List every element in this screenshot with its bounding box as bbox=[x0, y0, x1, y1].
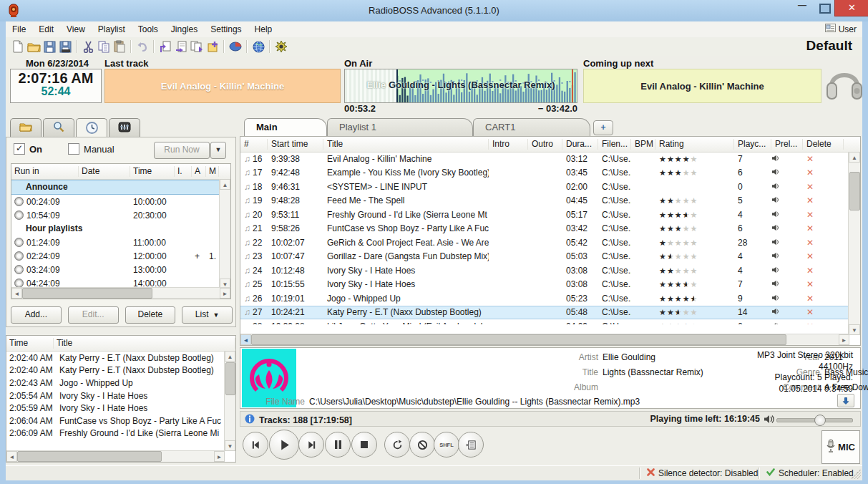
column-header-time[interactable]: Time bbox=[6, 338, 54, 349]
playlist-row[interactable]: ♫189:46:31<SYSTEM> - LINE INPUT02:00C:\U… bbox=[240, 180, 849, 194]
column-header-delete[interactable]: Delete bbox=[803, 139, 844, 150]
delete-track-icon[interactable]: ✕ bbox=[803, 279, 844, 289]
scheduler-vertical-scrollbar[interactable]: ▲ ▼ bbox=[219, 179, 230, 289]
playlist-vertical-scrollbar[interactable]: ▲ ▼ bbox=[848, 152, 860, 335]
stop-button[interactable] bbox=[351, 432, 377, 458]
prelisten-speaker-icon[interactable] bbox=[771, 154, 803, 164]
rating-stars[interactable]: ★★★★★ bbox=[655, 154, 734, 164]
tab-cart-wall[interactable] bbox=[109, 118, 140, 137]
prelisten-speaker-icon[interactable] bbox=[771, 210, 803, 220]
column-header-runin[interactable]: Run in bbox=[11, 166, 79, 177]
column-header-time[interactable]: Time bbox=[130, 166, 175, 177]
column-header-starttime[interactable]: Start time bbox=[268, 139, 323, 150]
column-header-a[interactable]: A bbox=[192, 166, 206, 177]
rating-stars[interactable]: ★★★★★★ bbox=[655, 294, 734, 304]
loop-button[interactable] bbox=[384, 432, 410, 458]
scrollbar-thumb[interactable] bbox=[251, 334, 786, 345]
undo-icon[interactable] bbox=[135, 39, 150, 54]
save-icon[interactable] bbox=[42, 39, 57, 54]
scheduler-section-row[interactable]: Hour playlists bbox=[11, 222, 230, 236]
scroll-right-arrow[interactable]: ► bbox=[220, 288, 230, 299]
scheduler-event-row[interactable]: 01:24:0911:00:00 bbox=[11, 236, 230, 249]
save-as-icon[interactable] bbox=[57, 39, 73, 54]
column-header-rating[interactable]: Rating bbox=[655, 139, 734, 150]
prelisten-speaker-icon[interactable] bbox=[771, 279, 803, 289]
run-now-button[interactable]: Run Now bbox=[154, 142, 210, 159]
history-row[interactable]: 2:02:43 AMJogo - Whipped Up bbox=[6, 377, 235, 389]
prelisten-speaker-icon[interactable] bbox=[771, 223, 803, 233]
silence-detector-status[interactable]: Silence detector: Disabled bbox=[647, 468, 758, 478]
prelisten-speaker-icon[interactable] bbox=[771, 168, 803, 178]
history-row[interactable]: 2:02:40 AMKaty Perry - E.T (Naxx Dubstep… bbox=[6, 352, 235, 364]
cut-icon[interactable] bbox=[80, 39, 96, 54]
tab-search[interactable] bbox=[43, 118, 74, 137]
tab-main[interactable]: Main bbox=[244, 118, 327, 137]
history-row[interactable]: 2:05:54 AMIvory Sky - I Hate Hoes bbox=[6, 389, 235, 402]
column-header-title[interactable]: Title bbox=[323, 139, 489, 150]
scheduler-event-row[interactable]: 10:54:0920:30:00 bbox=[11, 208, 230, 222]
history-row[interactable]: 2:02:40 AMKaty Perry - E.T (Naxx Dubstep… bbox=[6, 364, 235, 377]
menu-item-help[interactable]: Help bbox=[248, 24, 279, 34]
prelisten-speaker-icon[interactable] bbox=[771, 321, 803, 324]
volume-slider-thumb[interactable] bbox=[814, 415, 826, 426]
waveform-display[interactable]: Ellie Goulding - Lights (Bassnectar Remi… bbox=[344, 69, 577, 103]
playlist-column-headers[interactable]: #Start timeTitleIntroOutroDura...Filen..… bbox=[240, 137, 860, 153]
scroll-up-arrow[interactable]: ▲ bbox=[225, 351, 235, 362]
scroll-down-arrow[interactable]: ▼ bbox=[225, 440, 235, 451]
add-tab-button[interactable]: + bbox=[593, 120, 613, 135]
delete-track-icon[interactable]: ✕ bbox=[803, 223, 844, 233]
playlist-horizontal-scrollbar[interactable]: ◄ ► bbox=[240, 334, 849, 345]
rating-stars[interactable]: ★★★★★★ bbox=[655, 251, 734, 261]
jingle-gear-icon[interactable] bbox=[273, 39, 289, 54]
playlist-row[interactable]: ♫2710:24:21Katy Perry - E.T (Naxx Dubste… bbox=[240, 306, 849, 320]
list-dropdown-button[interactable]: List▼ bbox=[182, 306, 233, 324]
history-row[interactable]: 2:06:04 AMFuntCase vs Shop Boyz - Party … bbox=[6, 415, 235, 427]
edit-button[interactable]: Edit... bbox=[68, 306, 119, 324]
playlist-row[interactable]: ♫199:48:28Feed Me - The Spell04:45C:\Use… bbox=[240, 194, 849, 208]
column-header-filen[interactable]: Filen... bbox=[598, 139, 631, 150]
history-vertical-scrollbar[interactable]: ▲ ▼ bbox=[224, 351, 235, 451]
scheduler-table-header[interactable]: Run inDateTimeI.AM bbox=[11, 164, 230, 180]
history-table-header[interactable]: TimeTitle bbox=[6, 336, 235, 352]
column-header-outro[interactable]: Outro bbox=[528, 139, 562, 150]
download-tags-button[interactable] bbox=[837, 394, 854, 407]
prelisten-speaker-icon[interactable] bbox=[771, 238, 803, 248]
user-menu[interactable]: User bbox=[825, 24, 857, 34]
history-row[interactable]: 2:06:09 AMFreshly Ground - I'd Like (Sie… bbox=[6, 427, 235, 440]
prelisten-speaker-icon[interactable] bbox=[771, 182, 803, 192]
prelisten-speaker-icon[interactable] bbox=[771, 307, 803, 317]
volume-speaker-icon[interactable] bbox=[764, 415, 774, 426]
queue-button[interactable] bbox=[458, 432, 484, 458]
add-button[interactable]: Add... bbox=[11, 306, 62, 324]
delete-track-icon[interactable]: ✕ bbox=[803, 195, 844, 205]
menu-item-tools[interactable]: Tools bbox=[132, 24, 165, 34]
column-header-m[interactable]: M bbox=[206, 166, 219, 177]
playlist-row[interactable]: ♫2410:12:48Ivory Sky - I Hate Hoes03:08C… bbox=[240, 263, 849, 278]
rating-stars[interactable]: ★★★★★ bbox=[655, 168, 734, 178]
delete-track-icon[interactable]: ✕ bbox=[803, 307, 844, 317]
scrollbar-thumb[interactable] bbox=[849, 172, 860, 210]
copy-icon[interactable] bbox=[96, 39, 112, 54]
previous-button[interactable] bbox=[243, 432, 268, 458]
rating-stars[interactable]: ★★★★★★ bbox=[655, 307, 734, 317]
delete-track-icon[interactable]: ✕ bbox=[803, 210, 844, 220]
column-header-dura[interactable]: Dura... bbox=[562, 139, 598, 150]
rating-stars[interactable]: ★★★★★★ bbox=[655, 210, 734, 220]
delete-track-icon[interactable]: ✕ bbox=[803, 266, 844, 276]
menu-item-edit[interactable]: Edit bbox=[32, 24, 60, 34]
scrollbar-thumb[interactable] bbox=[17, 451, 162, 462]
playlist-row[interactable]: ♫2510:15:55Ivory Sky - I Hate Hoes03:08C… bbox=[240, 278, 849, 292]
playlist-row[interactable]: ♫2810:30:08Lil Jon - Outta Your Mind (Ev… bbox=[240, 319, 849, 324]
scrollbar-thumb[interactable] bbox=[225, 362, 235, 395]
globe-icon[interactable] bbox=[250, 39, 266, 54]
manual-checkbox[interactable] bbox=[68, 143, 79, 155]
shuffle-button[interactable]: SHFL bbox=[434, 432, 459, 458]
column-header-playc[interactable]: Playc... bbox=[734, 139, 771, 150]
scheduler-event-row[interactable]: 03:24:0913:00:00 bbox=[11, 263, 230, 276]
column-header-intro[interactable]: Intro bbox=[489, 139, 528, 150]
scheduler-event-row[interactable]: 00:24:0910:00:00 bbox=[11, 195, 230, 208]
rating-stars[interactable]: ★★★★★ bbox=[655, 223, 734, 233]
playlist-row[interactable]: ♫169:39:38Evil Analog - Killin' Machine0… bbox=[240, 152, 849, 166]
rating-stars[interactable]: ★★★★★★ bbox=[655, 279, 734, 289]
column-header-bpm[interactable]: BPM bbox=[631, 139, 655, 150]
